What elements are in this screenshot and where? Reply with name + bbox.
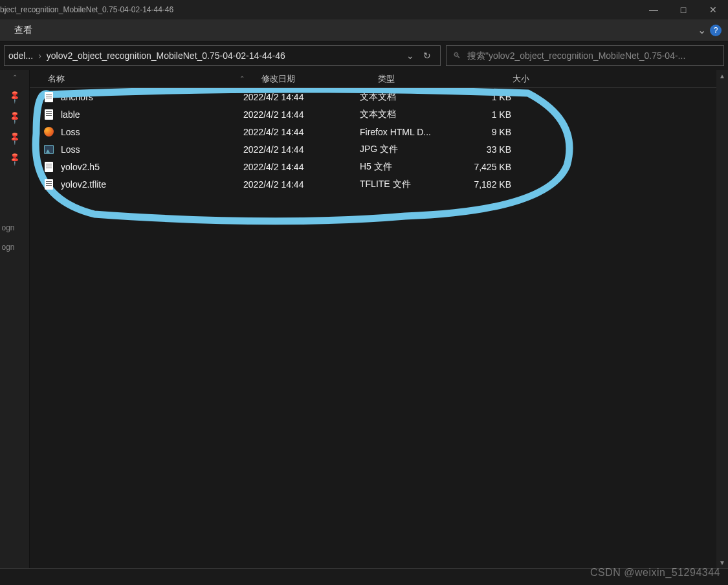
file-date: 2022/4/2 14:44 [238,179,355,190]
file-size: 7,182 KB [452,179,516,190]
search-input[interactable] [467,50,717,61]
file-date: 2022/4/2 14:44 [238,144,355,155]
search-box[interactable]: 🔍︎ [446,45,724,66]
sidebar-item-label[interactable]: ogn [2,223,28,232]
navigation-row: odel... › yolov2_object_recognition_Mobi… [0,41,728,70]
file-list[interactable]: anchors2022/4/2 14:44文本文档1 KBlable2022/4… [30,88,716,568]
file-name: yolov2.tflite [61,179,106,190]
file-row[interactable]: yolov2.h52022/4/2 14:44H5 文件7,425 KB [30,158,716,175]
address-bar[interactable]: odel... › yolov2_object_recognition_Mobi… [4,45,441,66]
vertical-scrollbar[interactable]: ▲ ▼ [716,70,728,568]
file-row[interactable]: Loss2022/4/2 14:44JPG 文件33 KB [30,140,716,158]
file-row[interactable]: yolov2.tflite2022/4/2 14:44TFLITE 文件7,18… [30,175,716,193]
pin-icon[interactable]: 📌 [7,109,22,124]
file-date: 2022/4/2 14:44 [238,92,355,102]
pin-icon[interactable]: 📌 [7,130,22,145]
document-icon [43,161,54,173]
file-type: JPG 文件 [355,144,452,155]
help-icon[interactable]: ? [710,25,722,36]
document-icon [43,109,54,120]
column-header-type[interactable]: 类型 [373,73,470,85]
file-size: 7,425 KB [452,162,516,172]
column-header-date[interactable]: 修改日期 [256,73,373,85]
minimize-button[interactable]: — [639,0,668,19]
scroll-up-icon[interactable]: ▲ [716,70,728,82]
column-headers: 名称 ⌃ 修改日期 类型 大小 [30,70,716,88]
chevron-up-icon[interactable]: ⌃ [12,74,17,81]
column-header-name[interactable]: 名称 ⌃ [43,73,256,85]
sidebar-item-label[interactable]: ogn [2,243,28,252]
file-type: 文本文档 [355,91,452,103]
file-size: 9 KB [452,127,516,137]
title-bar[interactable]: bject_recognition_MobileNet_0.75-04-02-1… [0,0,728,19]
ribbon-toggle-icon[interactable]: ⌄ [698,24,706,36]
sort-indicator-icon: ⌃ [239,75,251,82]
file-type: 文本文档 [355,109,452,120]
document-icon [43,91,54,103]
file-size: 33 KB [452,144,516,155]
menu-bar: 查看 ⌄ ? [0,19,728,41]
file-name: anchors [61,92,93,102]
status-bar [0,568,728,585]
breadcrumb-segment[interactable]: odel... [8,50,33,61]
file-date: 2022/4/2 14:44 [238,127,355,137]
file-row[interactable]: anchors2022/4/2 14:44文本文档1 KB [30,88,716,105]
file-name: lable [61,109,80,120]
file-row[interactable]: Loss2022/4/2 14:44Firefox HTML D...9 KB [30,123,716,140]
firefox-icon [43,126,54,138]
document-icon [43,179,54,190]
file-date: 2022/4/2 14:44 [238,162,355,172]
breadcrumb-segment[interactable]: yolov2_object_recognition_MobileNet_0.75… [47,50,285,61]
chevron-right-icon: › [38,50,41,61]
file-date: 2022/4/2 14:44 [238,109,355,120]
file-type: TFLITE 文件 [355,179,452,190]
column-header-size[interactable]: 大小 [470,73,535,85]
file-name: Loss [61,127,80,137]
file-row[interactable]: lable2022/4/2 14:44文本文档1 KB [30,105,716,123]
maximize-button[interactable]: □ [668,0,698,19]
window-title: bject_recognition_MobileNet_0.75-04-02-1… [0,5,173,14]
content-pane: 名称 ⌃ 修改日期 类型 大小 anchors2022/4/2 14:44文本文… [30,70,716,568]
explorer-window: bject_recognition_MobileNet_0.75-04-02-1… [0,0,728,585]
close-button[interactable]: ✕ [698,0,728,19]
nav-pane[interactable]: ⌃ 📌 📌 📌 📌 ogn ogn [0,70,30,568]
pin-icon[interactable]: 📌 [7,151,22,166]
image-icon [43,144,54,155]
search-icon: 🔍︎ [453,51,461,60]
file-name: Loss [61,144,80,155]
scroll-down-icon[interactable]: ▼ [716,557,728,568]
file-size: 1 KB [452,109,516,120]
menu-view[interactable]: 查看 [6,21,40,40]
file-size: 1 KB [452,92,516,102]
address-dropdown-icon[interactable]: ⌄ [406,50,414,61]
file-type: H5 文件 [355,161,452,173]
pin-icon[interactable]: 📌 [7,89,22,104]
file-type: Firefox HTML D... [355,127,452,137]
refresh-icon[interactable]: ↻ [423,50,431,61]
file-name: yolov2.h5 [61,162,100,172]
